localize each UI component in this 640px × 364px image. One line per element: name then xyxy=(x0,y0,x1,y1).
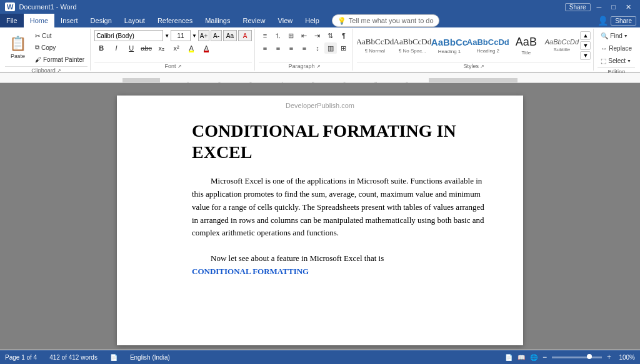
bold-button[interactable]: B xyxy=(94,42,108,54)
replace-button[interactable]: ↔ Replace xyxy=(598,42,635,54)
font-expand-icon[interactable]: ↗ xyxy=(178,64,182,69)
font-color-button[interactable]: A xyxy=(199,42,213,54)
title-bar: W Document1 - Word Share ─ □ ✕ xyxy=(0,0,640,14)
align-right-button[interactable]: ≡ xyxy=(285,42,298,54)
font-size-dropdown-icon[interactable]: ▼ xyxy=(192,33,197,39)
style-heading2[interactable]: AaBbCcDd Heading 2 xyxy=(468,30,508,61)
language[interactable]: English (India) xyxy=(130,354,170,361)
view-read-icon[interactable]: 📖 xyxy=(518,354,525,361)
menu-references[interactable]: References xyxy=(151,14,199,27)
zoom-out-button[interactable]: − xyxy=(542,353,547,362)
zoom-slider[interactable] xyxy=(552,357,602,358)
show-hide-button[interactable]: ¶ xyxy=(338,30,350,41)
paragraph-group: ≡ ⒈ ⊞ ⇤ ⇥ ⇅ ¶ ≡ ≡ ≡ ≡ ↕ ▥ ⊞ xyxy=(256,29,353,71)
change-case-button[interactable]: Aa xyxy=(223,30,237,41)
word-icon: W xyxy=(5,2,15,11)
font-group: ▼ ▼ A+ A- Aa A B I U abc x₂ x² A xyxy=(92,29,255,71)
style-subtitle[interactable]: AaBbCcDd Subtitle xyxy=(544,30,579,61)
style-heading1-label: Heading 1 xyxy=(438,49,461,54)
maximize-button[interactable]: □ xyxy=(608,3,619,11)
grow-font-button[interactable]: A+ xyxy=(198,30,209,41)
paste-button[interactable]: 📋 Paste xyxy=(5,31,31,64)
document-title[interactable]: CONDITIONAL FORMATING IN EXCEL xyxy=(192,121,486,162)
font-size-input[interactable] xyxy=(171,30,191,41)
editing-group: 🔍 Find ▼ ↔ Replace ⬚ Select ▼ Editing xyxy=(595,29,638,71)
view-print-icon[interactable]: 📄 xyxy=(505,354,512,361)
multilevel-list-button[interactable]: ⊞ xyxy=(285,30,298,41)
align-left-button[interactable]: ≡ xyxy=(259,42,271,54)
superscript-button[interactable]: x² xyxy=(169,42,183,54)
decrease-indent-button[interactable]: ⇤ xyxy=(298,30,311,41)
select-dropdown-icon[interactable]: ▼ xyxy=(627,59,631,63)
title-bar-title: Document1 - Word xyxy=(19,3,76,11)
copy-button[interactable]: ⧉ Copy xyxy=(32,42,88,53)
svg-text:3: 3 xyxy=(249,81,252,84)
menu-view[interactable]: View xyxy=(272,14,299,27)
styles-more[interactable]: ▼ xyxy=(580,51,591,60)
style-title[interactable]: AaB Title xyxy=(509,30,543,61)
justify-button[interactable]: ≡ xyxy=(298,42,311,54)
zoom-in-button[interactable]: + xyxy=(607,353,611,362)
title-bar-right: Share ─ □ ✕ xyxy=(565,3,635,11)
styles-scroll-up[interactable]: ▲ xyxy=(580,31,591,40)
increase-indent-button[interactable]: ⇥ xyxy=(311,30,324,41)
style-heading1[interactable]: AaBbCc Heading 1 xyxy=(432,30,467,61)
replace-icon: ↔ xyxy=(601,45,607,52)
document-highlight[interactable]: CONDITIONAL FORMATTING xyxy=(192,267,309,276)
style-no-spacing[interactable]: AaBbCcDd ¶ No Spac... xyxy=(394,30,431,61)
menu-design[interactable]: Design xyxy=(84,14,118,27)
bullets-button[interactable]: ≡ xyxy=(259,30,271,41)
menu-file[interactable]: File xyxy=(0,14,24,27)
style-normal-preview: AaBbCcDd xyxy=(357,37,394,47)
align-center-button[interactable]: ≡ xyxy=(272,42,284,54)
close-button[interactable]: ✕ xyxy=(622,3,635,11)
paragraph-expand-icon[interactable]: ↗ xyxy=(316,64,321,69)
menu-home[interactable]: Home xyxy=(24,14,54,27)
view-web-icon[interactable]: 🌐 xyxy=(530,354,538,361)
italic-button[interactable]: I xyxy=(109,42,123,54)
strikethrough-button[interactable]: abc xyxy=(139,42,153,54)
menu-layout[interactable]: Layout xyxy=(118,14,151,27)
select-button[interactable]: ⬚ Select ▼ xyxy=(598,55,634,66)
zoom-level[interactable]: 100% xyxy=(616,354,635,361)
underline-button[interactable]: U xyxy=(124,42,138,54)
editing-group-content: 🔍 Find ▼ ↔ Replace ⬚ Select ▼ xyxy=(598,30,635,66)
styles-scroll-down[interactable]: ▼ xyxy=(580,41,591,50)
tell-me-box[interactable]: 💡 Tell me what you want to do xyxy=(332,14,439,27)
subscript-button[interactable]: x₂ xyxy=(154,42,168,54)
share-button[interactable]: Share xyxy=(565,3,591,11)
sort-button[interactable]: ⇅ xyxy=(324,30,337,41)
numbering-button[interactable]: ⒈ xyxy=(272,30,284,41)
svg-text:8: 8 xyxy=(406,81,409,84)
shrink-font-button[interactable]: A- xyxy=(211,30,222,41)
borders-button[interactable]: ⊞ xyxy=(338,42,350,54)
font-group-content: ▼ ▼ A+ A- Aa A B I U abc x₂ x² A xyxy=(94,30,252,61)
style-normal-label: ¶ Normal xyxy=(365,48,385,54)
minimize-button[interactable]: ─ xyxy=(593,3,606,11)
style-normal[interactable]: AaBbCcDd ¶ Normal xyxy=(357,30,393,61)
document-page: DeveloperPublish.com CONDITIONAL FORMATI… xyxy=(117,96,523,345)
style-title-label: Title xyxy=(521,50,531,56)
format-painter-button[interactable]: 🖌 Format Painter xyxy=(32,54,88,65)
text-highlight-button[interactable]: A xyxy=(184,42,198,54)
menu-review[interactable]: Review xyxy=(237,14,272,27)
menu-mailings[interactable]: Mailings xyxy=(199,14,236,27)
styles-label: Styles ↗ xyxy=(357,62,591,69)
tell-me-text: Tell me what you want to do xyxy=(349,17,434,24)
styles-group-content: AaBbCcDd ¶ Normal AaBbCcDd ¶ No Spac... … xyxy=(357,30,591,61)
font-name-dropdown-icon[interactable]: ▼ xyxy=(164,33,169,39)
document-paragraph1[interactable]: Microsoft Excel is one of the applicatio… xyxy=(192,175,486,240)
styles-expand-icon[interactable]: ↗ xyxy=(480,64,484,69)
share-btn[interactable]: Share xyxy=(611,16,636,26)
line-spacing-button[interactable]: ↕ xyxy=(311,42,324,54)
shading-button[interactable]: ▥ xyxy=(324,42,337,54)
menu-help[interactable]: Help xyxy=(299,14,326,27)
clear-formatting-button[interactable]: A xyxy=(238,30,252,41)
document-watermark: DeveloperPublish.com xyxy=(117,102,523,109)
font-name-input[interactable] xyxy=(94,30,163,41)
menu-insert[interactable]: Insert xyxy=(54,14,84,27)
find-dropdown-icon[interactable]: ▼ xyxy=(624,34,628,38)
cut-button[interactable]: ✂ Cut xyxy=(32,30,88,41)
find-button[interactable]: 🔍 Find ▼ xyxy=(598,30,631,41)
paragraph2-start[interactable]: Now let see about a feature in Microsoft… xyxy=(211,253,384,263)
